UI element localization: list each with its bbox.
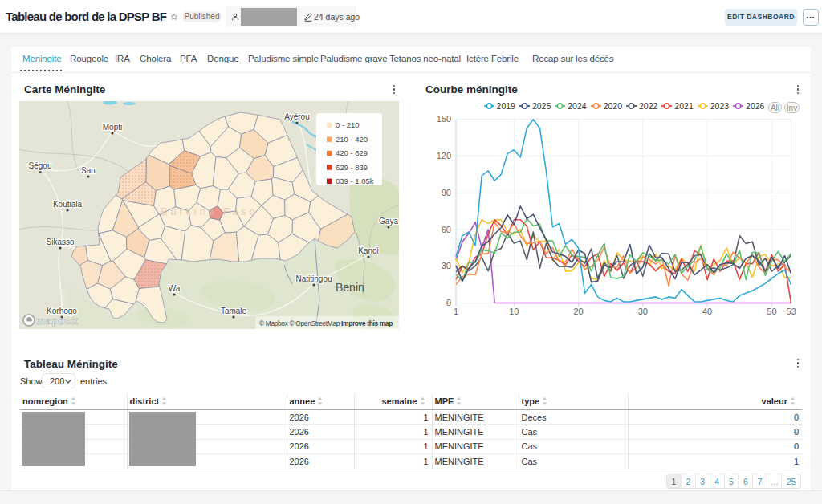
svg-text:50: 50 [767, 307, 776, 316]
svg-text:Burkina Faso: Burkina Faso [161, 206, 258, 217]
svg-text:839 - 1.05k: 839 - 1.05k [336, 177, 374, 185]
svg-text:Koutiala: Koutiala [53, 200, 83, 209]
svg-text:Benin: Benin [336, 281, 364, 294]
svg-text:120: 120 [437, 151, 451, 161]
svg-text:10: 10 [509, 307, 519, 316]
svg-text:Ayérou: Ayérou [284, 112, 310, 121]
svg-text:Ségou: Ségou [29, 161, 52, 170]
svg-text:Tamale: Tamale [221, 307, 247, 315]
svg-text:Sikasso: Sikasso [46, 238, 74, 246]
svg-text:Wa: Wa [169, 284, 181, 293]
svg-text:40: 40 [702, 307, 712, 316]
svg-text:53: 53 [786, 307, 796, 316]
svg-text:Kandi: Kandi [358, 246, 379, 255]
svg-text:© Mapbox © OpenStreetMap Impro: © Mapbox © OpenStreetMap Improve this ma… [259, 319, 393, 327]
svg-text:0: 0 [446, 298, 451, 307]
svg-text:Gaya: Gaya [379, 217, 398, 226]
svg-text:420 - 629: 420 - 629 [336, 148, 368, 157]
svg-text:1: 1 [454, 307, 458, 316]
svg-text:30: 30 [442, 261, 451, 270]
svg-text:60: 60 [442, 225, 451, 234]
svg-text:San: San [81, 166, 96, 175]
svg-text:mapbox: mapbox [36, 315, 79, 327]
svg-text:629 - 839: 629 - 839 [336, 163, 368, 172]
svg-text:Mopti: Mopti [103, 123, 122, 132]
svg-text:210 - 420: 210 - 420 [336, 135, 368, 144]
svg-text:30: 30 [638, 307, 648, 316]
svg-text:Natitingou: Natitingou [295, 274, 332, 283]
svg-text:20: 20 [573, 307, 583, 316]
svg-text:0 - 210: 0 - 210 [336, 120, 360, 129]
svg-text:90: 90 [442, 188, 451, 197]
svg-text:150: 150 [437, 114, 451, 124]
